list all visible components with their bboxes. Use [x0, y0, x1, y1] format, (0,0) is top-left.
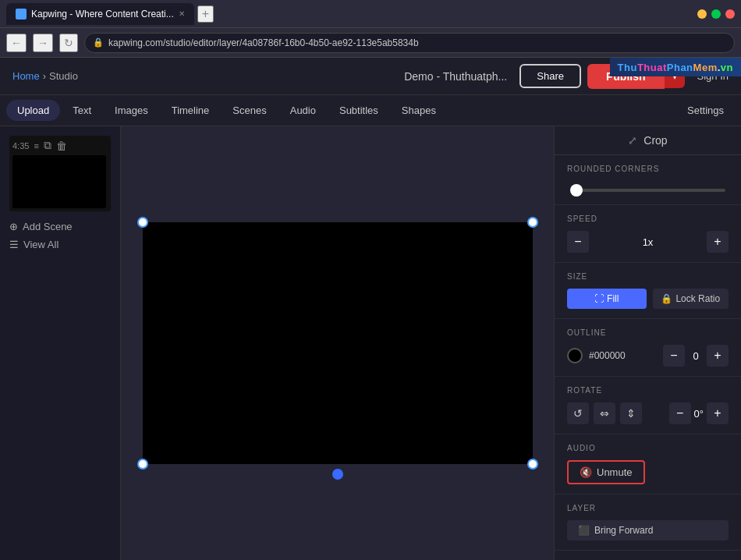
rotate-deg-control: − 0° + [669, 402, 729, 424]
handle-bottom-right[interactable] [527, 459, 538, 470]
speed-minus-button[interactable]: − [567, 231, 589, 253]
flip-vertical-button[interactable]: ⇕ [620, 402, 642, 424]
canvas-content [143, 222, 533, 464]
tab-title: Kapwing - Where Content Creati... [31, 9, 174, 19]
settings-button[interactable]: Settings [676, 100, 735, 121]
address-bar-row: ← → ↻ 🔒 kapwing.com/studio/editor/layer/… [0, 28, 741, 58]
bring-forward-icon: ⬛ [578, 525, 590, 536]
studio-label: Studio [49, 70, 78, 82]
view-all-label: View All [23, 239, 58, 250]
rotate-ccw-button[interactable]: ↺ [567, 402, 589, 424]
lock-ratio-icon: 🔒 [661, 293, 672, 304]
scene-time: 4:35 [12, 141, 29, 151]
outline-control: #000000 − 0 + [567, 345, 729, 367]
view-all-icon: ☰ [9, 239, 19, 250]
scene-thumbnail [12, 155, 106, 208]
scene-copy-button[interactable]: ⧉ [44, 139, 51, 152]
toolbar: Upload Text Images Timeline Scenes Audio… [0, 95, 741, 126]
subtitles-button[interactable]: Subtitles [328, 100, 389, 121]
breadcrumb: Home › Studio [12, 70, 78, 82]
view-all-button[interactable]: ☰ View All [9, 236, 111, 253]
outline-color-value: #000000 [589, 350, 657, 361]
home-link[interactable]: Home [12, 70, 40, 82]
size-label: SIZE [567, 272, 729, 281]
crop-header: ⤢ Crop [555, 126, 741, 155]
right-panel: ⤢ Crop ROUNDED CORNERS SPEED − 1x + [554, 126, 741, 560]
fill-button[interactable]: ⛶ Fill [567, 289, 647, 309]
crop-icon: ⤢ [628, 134, 637, 147]
speed-label: SPEED [567, 214, 729, 223]
new-tab-button[interactable]: + [197, 5, 214, 23]
fill-label: Fill [607, 293, 619, 304]
add-scene-button[interactable]: ⊕ Add Scene [9, 218, 111, 236]
unmute-label: Unmute [597, 466, 633, 478]
handle-top-left[interactable] [137, 217, 148, 228]
upload-button[interactable]: Upload [6, 100, 60, 121]
close-button[interactable] [725, 9, 735, 19]
audio-section: AUDIO 🔇 Unmute [555, 434, 741, 494]
audio-label: AUDIO [567, 444, 729, 452]
handle-top-right[interactable] [527, 217, 538, 228]
speed-control: − 1x + [567, 231, 729, 253]
speed-plus-button[interactable]: + [707, 231, 729, 253]
lock-ratio-button[interactable]: 🔒 Lock Ratio [653, 289, 729, 309]
add-scene-icon: ⊕ [9, 221, 18, 232]
rotate-controls: ↺ ⇔ ⇕ − 0° + [567, 402, 729, 424]
back-button[interactable]: ← [6, 34, 27, 52]
canvas-area [121, 126, 554, 560]
slider-container [567, 181, 729, 195]
flip-horizontal-button[interactable]: ⇔ [594, 402, 615, 424]
forward-button[interactable]: → [33, 34, 53, 52]
scenes-button[interactable]: Scenes [222, 100, 277, 121]
crop-label: Crop [644, 134, 667, 147]
outline-section: OUTLINE #000000 − 0 + [555, 319, 741, 377]
outline-minus-button[interactable]: − [663, 345, 685, 367]
handle-center-bottom[interactable] [332, 469, 343, 480]
outline-plus-button[interactable]: + [707, 345, 729, 367]
scene-header: 4:35 ≡ ⧉ 🗑 [12, 139, 108, 152]
speed-section: SPEED − 1x + [555, 205, 741, 263]
rounded-corners-slider[interactable] [570, 189, 725, 192]
speed-value: 1x [595, 236, 700, 248]
scene-delete-button[interactable]: 🗑 [56, 140, 67, 152]
project-title: Demo - Thuthuatph... [404, 70, 507, 83]
browser-chrome: Kapwing - Where Content Creati... ✕ + [0, 0, 741, 28]
rotate-section: ROTATE ↺ ⇔ ⇕ − 0° + [555, 377, 741, 434]
left-panel: 4:35 ≡ ⧉ 🗑 ⊕ Add Scene ☰ View All [0, 126, 121, 560]
rotate-minus-button[interactable]: − [669, 402, 691, 424]
size-section: SIZE ⛶ Fill 🔒 Lock Ratio [555, 263, 741, 319]
rotate-label: ROTATE [567, 386, 729, 395]
handle-bottom-left[interactable] [137, 459, 148, 470]
bring-forward-label: Bring Forward [594, 525, 653, 536]
bring-forward-button[interactable]: ⬛ Bring Forward [567, 520, 729, 541]
maximize-button[interactable] [711, 9, 721, 19]
address-bar[interactable]: 🔒 kapwing.com/studio/editor/layer/4a0878… [84, 33, 735, 53]
scene-item: 4:35 ≡ ⧉ 🗑 [9, 136, 111, 211]
rounded-corners-label: ROUNDED CORNERS [567, 165, 729, 173]
outline-num-control: − 0 + [663, 345, 729, 367]
browser-tabs: Kapwing - Where Content Creati... ✕ + [6, 3, 691, 25]
canvas-container[interactable] [143, 222, 533, 464]
timeline-button[interactable]: Timeline [161, 100, 221, 121]
tab-close-btn[interactable]: ✕ [179, 9, 185, 18]
share-button[interactable]: Share [519, 64, 581, 88]
tab-favicon [16, 9, 27, 19]
shapes-button[interactable]: Shapes [391, 100, 447, 121]
unmute-button[interactable]: 🔇 Unmute [567, 460, 645, 484]
active-tab[interactable]: Kapwing - Where Content Creati... ✕ [6, 3, 194, 25]
rotate-value: 0° [694, 408, 704, 420]
outline-color-swatch[interactable] [567, 348, 583, 363]
scene-equals-icon: ≡ [34, 141, 38, 151]
refresh-button[interactable]: ↻ [59, 34, 78, 52]
images-button[interactable]: Images [104, 100, 159, 121]
minimize-button[interactable] [697, 9, 707, 19]
add-scene-label: Add Scene [23, 221, 73, 232]
window-controls [697, 9, 735, 19]
text-button[interactable]: Text [62, 100, 102, 121]
outline-label: OUTLINE [567, 328, 729, 337]
lock-ratio-label: Lock Ratio [675, 293, 720, 304]
unmute-icon: 🔇 [580, 466, 592, 478]
audio-button[interactable]: Audio [279, 100, 327, 121]
rotate-plus-button[interactable]: + [707, 402, 729, 424]
size-controls: ⛶ Fill 🔒 Lock Ratio [567, 289, 729, 309]
